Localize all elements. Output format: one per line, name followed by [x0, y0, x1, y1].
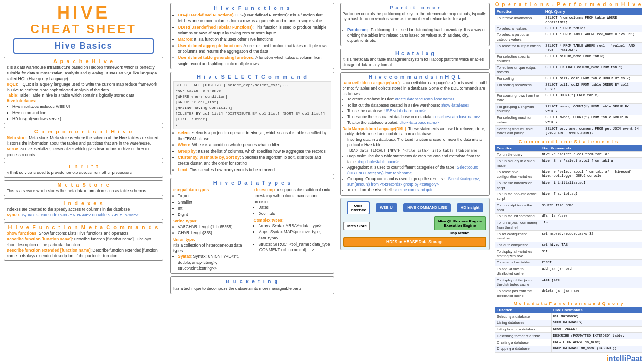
list-item: To create database in Hive: create datab… — [347, 97, 487, 102]
function-cell: Selecting from multiple tables and joini… — [495, 126, 544, 137]
list-item: Grouping: Group command is used to group… — [347, 176, 487, 187]
table-row: To add jar files to distributed cacheadd… — [495, 266, 642, 277]
table-row: To retrieve informationSELECT from_colum… — [495, 15, 642, 25]
function-cell: For sorting backwards — [495, 82, 544, 92]
list-item: Bigint — [178, 212, 251, 217]
components-section: C o m p o n e n t s o f H i v e Meta sto… — [4, 127, 163, 160]
intellipaat-brand: intelliPaat — [495, 354, 642, 362]
ops-col-function: Function — [495, 8, 544, 15]
components-title: C o m p o n e n t s o f H i v e — [7, 129, 160, 134]
function-cell: To run a query in a silent mode — [495, 158, 540, 169]
list-item: Limit: This specifies how many records t… — [178, 167, 331, 173]
list-item: Inserting data in a database: The Load f… — [347, 137, 487, 148]
meta-table: Function Hive Commands Selecting a datab… — [495, 307, 642, 353]
function-cell: listing table in a database — [495, 326, 552, 333]
list-item: CHAR-Length(355) — [178, 230, 251, 236]
list-item: Group by: It uses the list of columns, w… — [178, 148, 331, 154]
data-types-grid: Integral data types: Tinyint Smallint In… — [173, 187, 331, 272]
list-item: User defined table generating functions:… — [178, 55, 331, 66]
query-cell: SELECT pet.name, comment FROM pet JOIN e… — [544, 126, 642, 137]
table-row: To select hive configuration variableshi… — [495, 169, 642, 180]
function-cell: Dropping a database — [495, 346, 552, 352]
table-row: To revert all variablesreset — [495, 259, 642, 266]
table-row: To run script inside the shellsource fil… — [495, 202, 642, 214]
meta-title: M e t a d a t a F u n c t i o n s a n d … — [495, 301, 642, 306]
hive-commands-title: H i v e c o m m a n d s i n H Q L — [343, 74, 487, 80]
diagram-top-row: UserInterface WEB UI HIVE COMMAND LINE H… — [343, 201, 486, 214]
apache-hive-title: A p a c h e H i v e — [7, 58, 160, 64]
meta-col-function: Function — [495, 307, 552, 313]
hive-functions-title: H i v e F u n c t i o n s — [173, 5, 331, 11]
table-row: Describing format of a tableDESCRIBE (FO… — [495, 333, 642, 339]
command-cell: hive -i initialize.sql — [540, 180, 642, 191]
timestamp-list: Dates Decimals — [254, 205, 332, 217]
intellipaat-section: intelliPaat FURTHERMORE: Hadoop Certific… — [495, 354, 642, 362]
function-cell: To select a particular category values — [495, 32, 544, 43]
function-cell: To use the initialization script — [495, 180, 540, 191]
table-row: To run the list commanddfs -ls /user — [495, 213, 642, 220]
list-item: To exit from the Hive shell: Use the com… — [347, 188, 487, 193]
table-row: To run a (bash command) from the shell!l… — [495, 220, 642, 231]
query-cell: SELECT col1, col2 FROM table ORDER BY co… — [544, 82, 642, 92]
table-row: To run the queryhive -e 'select a.col fr… — [495, 151, 642, 158]
command-cell: dfs -ls /user — [540, 213, 642, 220]
table-row: To display all variables starting with h… — [495, 248, 642, 260]
left-data-col: Integral data types: Tinyint Smallint In… — [173, 187, 251, 272]
table-row: To select a particular category valuesSE… — [495, 32, 642, 43]
hive-ql-engine-box: Hive QL Process EngineExecution Engine — [434, 216, 486, 230]
function-cell: Listing databases — [495, 320, 552, 326]
command-cell: source file_name — [540, 202, 642, 214]
thrift-title: T h r i f t — [7, 164, 160, 169]
command-cell: set — [540, 248, 642, 260]
interfaces-list: Hive interfaces includes WEB UI Hive com… — [7, 104, 160, 122]
function-cell: To select for multiple criteria — [495, 43, 544, 53]
command-cell: set mapred.reduce.tasks=32 — [540, 231, 642, 242]
apache-hive-content: It is a data warehouse infrastructure ba… — [7, 65, 160, 122]
list-item: To describe the associated database in m… — [347, 115, 487, 120]
function-cell: For sorting — [495, 75, 544, 82]
query-cell: SELECT column_name FROM table; — [544, 53, 642, 65]
list-item: Select: Select is a projection operator … — [178, 130, 331, 142]
query-cell: SELECT owner, COUNT(*) FROM table GROUP … — [544, 115, 642, 126]
hcatalog-content: It is a metadata and table management sy… — [343, 57, 487, 68]
table-row: Dropping a databaseDROP DATABASE db_name… — [495, 346, 642, 352]
query-cell: SELECT DISTINCT column_name FROM table; — [544, 65, 642, 76]
apache-hive-section: A p a c h e H i v e It is a data warehou… — [4, 57, 163, 124]
function-cell: To select all values — [495, 25, 544, 32]
function-cell: To run script inside the shell — [495, 202, 540, 214]
hive-title: HIVE — [4, 4, 163, 22]
query-cell: SELECT col1, col2 FROM table ORDER BY co… — [544, 75, 642, 82]
hive-command-line-box: HIVE COMMAND LINE — [403, 203, 451, 212]
thrift-section: T h r i f t A thrift service is used to … — [4, 162, 163, 178]
command-cell: hive -e 'select a.col from tab1 a' — [540, 151, 642, 158]
table-row: Selecting from multiple tables and joini… — [495, 126, 642, 137]
dml-list: Inserting data in a database: The Load f… — [343, 137, 487, 193]
hive-commands-section: H i v e c o m m a n d s i n H Q L Data D… — [340, 72, 490, 196]
map-reduce-label: Map Reduce — [450, 231, 469, 235]
query-cell: SELECT owner, COUNT(*) FROM table GROUP … — [544, 104, 642, 115]
command-cell: add jar jar_path — [540, 266, 642, 277]
list-item: To use the database: USE <data base name… — [347, 108, 487, 114]
function-cell: To retrieve information — [495, 15, 544, 25]
table-row: For grouping along with countingSELECT o… — [495, 104, 642, 115]
cheat-sheet-title: CHEAT SHEET — [4, 22, 163, 36]
right-hql-panel: P a r t i t i o n e r Partitioner contro… — [337, 0, 493, 362]
table-row: For sorting backwardsSELECT col1, col2 F… — [495, 82, 642, 92]
middle-panel: H i v e F u n c t i o n s UDF(User defin… — [167, 0, 337, 362]
thrift-content: A thrift service is used to provide remo… — [7, 170, 160, 176]
list-item: Syntax: Syntax: UNIONTYPE<int, double, a… — [178, 254, 251, 271]
hive-basics-label: Hive Basics — [54, 41, 112, 50]
function-cell: To run a (bash command) from the shell — [495, 220, 540, 231]
hive-function-meta-title: H i v e F u n c t i o n M e t a C o m m … — [7, 224, 160, 230]
meta-store-diagram-box: Meta Store — [343, 222, 370, 230]
table-row: To select for multiple criteriaSELECT * … — [495, 43, 642, 53]
list-item: Partitioning: Partitioning: It is used f… — [347, 27, 487, 43]
list-item: UDF(User defined Functions): UDF(User de… — [178, 12, 331, 24]
command-cell: set hive;<TAB> — [540, 242, 642, 248]
table-row: Selecting a databaseUSE database; — [495, 313, 642, 320]
query-cell: SELECT from_columns FROM table WHERE con… — [544, 15, 642, 25]
function-cell: For counting rows from the table — [495, 92, 544, 104]
function-cell: To delete jars from the distributed cach… — [495, 288, 540, 299]
function-cell: For selecting maximum values — [495, 115, 544, 126]
data-types-section: H i v e D a t a T y p e s Integral data … — [170, 178, 334, 274]
